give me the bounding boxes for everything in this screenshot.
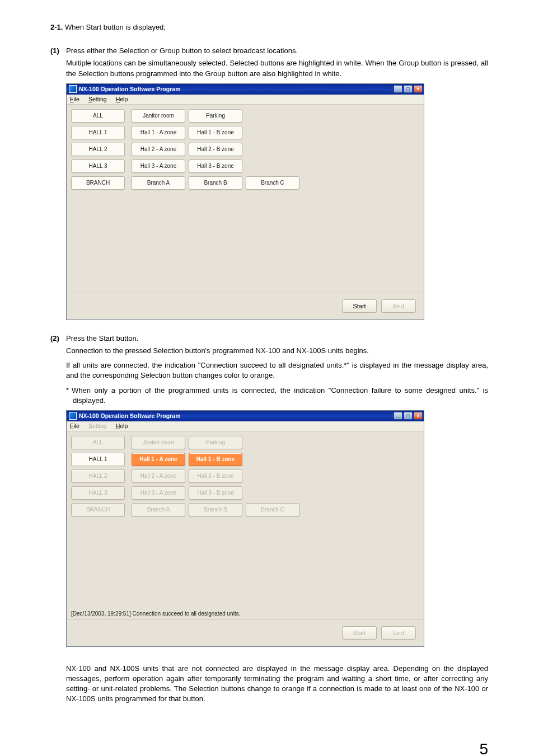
sel-branchb[interactable]: Branch B: [189, 176, 242, 190]
menu-file[interactable]: File: [69, 95, 81, 104]
item-2-line2: Connection to the pressed Selection butt…: [66, 346, 488, 356]
sel-branchc[interactable]: Branch C: [246, 176, 299, 190]
minimize-button[interactable]: _: [394, 85, 402, 93]
item-2-num: (2): [50, 334, 66, 344]
sel-parking[interactable]: Parking: [189, 109, 242, 123]
item-1-num: (1): [50, 46, 66, 56]
page-number: 5: [50, 738, 488, 756]
menu-setting: Setting: [87, 421, 108, 431]
maximize-button[interactable]: □: [404, 85, 413, 93]
selection-grid: Janitor room Parking Hall 1 - A zone Hal…: [132, 109, 299, 190]
sel-hall1b[interactable]: Hall 1 - B zone: [189, 126, 242, 139]
sel-hall2a: Hall 2 - A zone: [132, 469, 185, 483]
app-window-1: NX-100 Operation Software Program _ □ × …: [66, 83, 424, 320]
menu-setting[interactable]: Setting: [87, 95, 108, 104]
group-btn-hall3[interactable]: HALL 3: [71, 159, 125, 173]
item-1-line1: Press either the Selection or Group butt…: [66, 46, 488, 56]
sel-hall3a[interactable]: Hall 3 - A zone: [132, 159, 185, 173]
close-button[interactable]: ×: [414, 85, 423, 93]
sel-branchb: Branch B: [189, 503, 242, 516]
section-num: 2-1.: [50, 23, 63, 31]
sel-branchc: Branch C: [246, 503, 299, 516]
menubar: File Setting Help: [67, 95, 424, 105]
group-btn-all: ALL: [71, 436, 125, 449]
item-2: (2) Press the Start button.: [50, 334, 488, 344]
menu-help[interactable]: Help: [115, 421, 129, 431]
app-window-2: NX-100 Operation Software Program _ □ × …: [66, 410, 424, 647]
item-2-note-text: When only a portion of the programmed un…: [72, 386, 488, 405]
footer-bar: Start End: [67, 293, 424, 320]
app-icon: [69, 85, 77, 93]
app-icon: [69, 412, 77, 420]
item-2-note: *When only a portion of the programmed u…: [73, 386, 488, 406]
minimize-button[interactable]: _: [394, 412, 402, 420]
group-column: ALL HALL 1 HALL 2 HALL 3 BRANCH: [71, 109, 125, 190]
message-area: [Dec/13/2003, 19:29:51] Connection succe…: [67, 608, 424, 619]
item-1: (1) Press either the Selection or Group …: [50, 46, 488, 56]
sel-hall2b[interactable]: Hall 2 - B zone: [189, 143, 242, 156]
group-btn-branch[interactable]: BRANCH: [71, 176, 125, 190]
sel-hall1a[interactable]: Hall 1 - A zone: [132, 126, 185, 139]
selection-grid: Janitor room Parking Hall 1 - A zone Hal…: [132, 436, 299, 516]
sel-hall1a[interactable]: Hall 1 - A zone: [132, 453, 185, 466]
group-btn-hall1[interactable]: HALL 1: [71, 126, 125, 139]
work-area: ALL HALL 1 HALL 2 HALL 3 BRANCH Janitor …: [67, 105, 424, 281]
close-button[interactable]: ×: [414, 412, 423, 420]
end-button[interactable]: End: [381, 299, 416, 313]
sel-brancha: Branch A: [132, 503, 185, 516]
item-2-line3: If all units are connected, the indicati…: [66, 360, 488, 381]
group-btn-hall1[interactable]: HALL 1: [71, 453, 125, 466]
post-image-paragraph: NX-100 and NX-100S units that are not co…: [66, 664, 488, 705]
titlebar: NX-100 Operation Software Program _ □ ×: [67, 411, 424, 421]
item-2-line1: Press the Start button.: [66, 334, 488, 344]
end-button[interactable]: End: [381, 626, 416, 640]
sel-hall3a: Hall 3 - A zone: [132, 486, 185, 500]
sel-hall3b: Hall 3 - B zone: [189, 486, 242, 500]
sel-brancha[interactable]: Branch A: [132, 176, 185, 190]
section-2-1-header: 2-1. When Start button is displayed;: [50, 22, 488, 32]
group-btn-branch: BRANCH: [71, 503, 125, 516]
sel-parking: Parking: [189, 436, 242, 449]
sel-hall1b[interactable]: Hall 1 - B zone: [189, 453, 242, 466]
menu-help[interactable]: Help: [115, 95, 129, 104]
sel-hall2b: Hall 2 - B zone: [189, 469, 242, 483]
sel-hall2a[interactable]: Hall 2 - A zone: [132, 143, 185, 156]
start-button: Start: [342, 626, 377, 640]
title-text: NX-100 Operation Software Program: [79, 412, 394, 420]
title-text: NX-100 Operation Software Program: [79, 85, 394, 93]
group-btn-hall2[interactable]: HALL 2: [71, 143, 125, 156]
footer-bar: Start End: [67, 619, 424, 646]
menubar: File Setting Help: [67, 421, 424, 431]
group-btn-hall2: HALL 2: [71, 469, 125, 483]
group-btn-all[interactable]: ALL: [71, 109, 125, 123]
group-btn-hall3: HALL 3: [71, 486, 125, 500]
maximize-button[interactable]: □: [404, 412, 413, 420]
section-text: When Start button is displayed;: [65, 23, 166, 31]
titlebar: NX-100 Operation Software Program _ □ ×: [67, 84, 424, 95]
item-1-line2: Multiple locations can be simultaneously…: [66, 58, 488, 78]
work-area: ALL HALL 1 HALL 2 HALL 3 BRANCH Janitor …: [67, 431, 424, 608]
group-column: ALL HALL 1 HALL 2 HALL 3 BRANCH: [71, 436, 125, 516]
sel-janitor[interactable]: Janitor room: [132, 109, 185, 123]
menu-file[interactable]: File: [69, 421, 81, 431]
sel-hall3b[interactable]: Hall 3 - B zone: [189, 159, 242, 173]
sel-janitor: Janitor room: [132, 436, 185, 449]
start-button[interactable]: Start: [342, 299, 377, 313]
message-area: [67, 281, 424, 293]
